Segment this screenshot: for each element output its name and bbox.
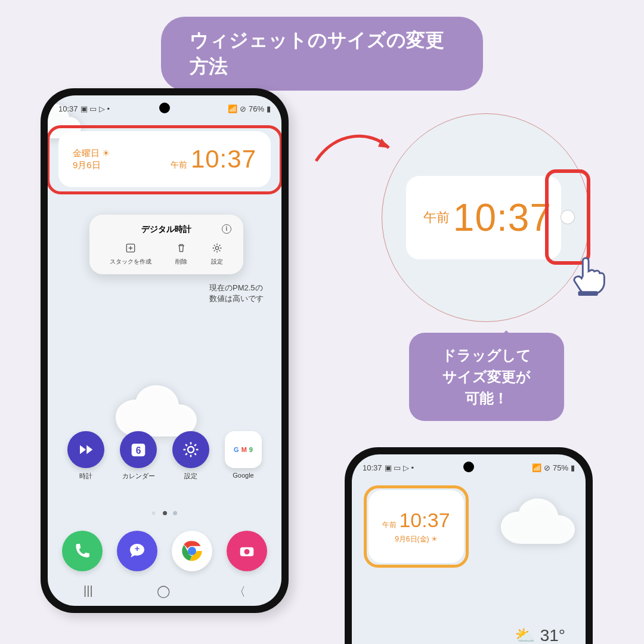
android-nav: ||| ◯ 〈 bbox=[83, 584, 246, 600]
clock-widget-zoom: 午前 10:37 bbox=[406, 176, 561, 259]
status-time-2: 10:37 bbox=[363, 463, 382, 472]
dock-camera[interactable] bbox=[227, 531, 267, 571]
app-calendar[interactable]: 6 カレンダー bbox=[114, 431, 162, 481]
calendar-icon: 6 bbox=[128, 439, 148, 460]
page-title: ウィジェットのサイズの変更方法 bbox=[161, 17, 483, 91]
app-calendar-label: カレンダー bbox=[122, 472, 155, 481]
app-settings[interactable]: 設定 bbox=[167, 431, 215, 481]
nav-back-icon[interactable]: 〈 bbox=[234, 584, 246, 600]
app-google-label: Google bbox=[233, 472, 253, 479]
chat-plus-icon: + bbox=[128, 541, 147, 561]
google-folder-icon: GM9 bbox=[225, 431, 262, 468]
widget-context-menu: デジタル時計 i スタックを作成 削除 設定 bbox=[89, 215, 243, 274]
app-clock-label: 時計 bbox=[79, 472, 92, 481]
menu-settings[interactable]: 設定 bbox=[211, 242, 223, 266]
svg-point-3 bbox=[215, 246, 218, 249]
arrow-icon bbox=[311, 119, 401, 191]
info-icon[interactable]: i bbox=[222, 224, 231, 234]
dock-phone[interactable] bbox=[62, 531, 103, 571]
svg-point-10 bbox=[189, 548, 196, 555]
status-bar-2: 10:37 ▣ ▭ ▷ • 📶 ⊘ 75% ▮ bbox=[352, 459, 586, 476]
dock-chrome[interactable] bbox=[172, 531, 212, 571]
cloud-icon bbox=[496, 490, 586, 556]
popup-title: デジタル時計 bbox=[141, 224, 191, 234]
pm25-hint: 現在のPM2.5の 数値は高いです bbox=[209, 283, 264, 304]
menu-delete-label: 削除 bbox=[175, 258, 187, 266]
chrome-icon bbox=[180, 539, 204, 563]
fastforward-icon bbox=[77, 441, 95, 459]
svg-rect-13 bbox=[578, 291, 598, 296]
zoom-time: 10:37 bbox=[453, 196, 552, 240]
weather-widget[interactable]: ⛅ 31° bbox=[515, 626, 565, 644]
menu-settings-label: 設定 bbox=[211, 258, 223, 266]
app-clock[interactable]: 時計 bbox=[62, 431, 110, 481]
home-screen[interactable]: 10:37 ▣ ▭ ▷ • 📶 ⊘ 76% ▮ 金曜日 ☀ 9月6日 午前 10… bbox=[48, 95, 281, 606]
app-google-folder[interactable]: GM9 Google bbox=[219, 431, 267, 481]
nav-home-icon[interactable]: ◯ bbox=[157, 584, 170, 600]
instruction-bubble: ドラッグして サイズ変更が 可能！ bbox=[409, 333, 564, 421]
status-bar: 10:37 ▣ ▭ ▷ • 📶 ⊘ 76% ▮ bbox=[48, 100, 281, 117]
app-row: 時計 6 カレンダー 設定 GM9 Google bbox=[62, 431, 267, 481]
svg-point-12 bbox=[244, 549, 250, 555]
widget-time: 10:37 bbox=[191, 145, 256, 174]
status-time: 10:37 bbox=[58, 104, 78, 113]
camera-icon bbox=[238, 542, 256, 560]
widget-date: 9月6日 bbox=[73, 159, 110, 171]
status-battery-2: 75% bbox=[553, 463, 568, 472]
phone-left: 10:37 ▣ ▭ ▷ • 📶 ⊘ 76% ▮ 金曜日 ☀ 9月6日 午前 10… bbox=[41, 88, 289, 613]
status-icons-right-2: 📶 ⊘ bbox=[532, 463, 550, 472]
widget2-ampm: 午前 bbox=[382, 520, 397, 530]
clock-widget-small[interactable]: 午前 10:37 9月6日(金) ☀ bbox=[369, 490, 464, 563]
widget-day: 金曜日 ☀ bbox=[73, 147, 110, 159]
svg-text:6: 6 bbox=[136, 445, 141, 456]
status-icons-right: 📶 ⊘ bbox=[228, 104, 246, 113]
clock-widget-wide[interactable]: 金曜日 ☀ 9月6日 午前 10:37 bbox=[58, 131, 271, 187]
weather-temp: 31° bbox=[540, 626, 565, 645]
dock-messages[interactable]: + bbox=[117, 531, 157, 571]
home-screen-2[interactable]: 10:37 ▣ ▭ ▷ • 📶 ⊘ 75% ▮ 午前 10:37 9月6日(金)… bbox=[352, 454, 586, 644]
svg-text:+: + bbox=[135, 544, 140, 553]
menu-delete[interactable]: 削除 bbox=[175, 242, 187, 266]
status-icons-left-2: ▣ ▭ ▷ • bbox=[385, 463, 414, 472]
svg-point-6 bbox=[188, 447, 194, 453]
widget-ampm: 午前 bbox=[171, 160, 187, 171]
nav-recents-icon[interactable]: ||| bbox=[83, 584, 93, 600]
gear-icon bbox=[182, 441, 200, 459]
weather-emoji-icon: ⛅ bbox=[515, 626, 535, 644]
hand-pointer-icon bbox=[566, 250, 613, 298]
widget2-time: 10:37 bbox=[399, 509, 450, 532]
status-battery: 76% bbox=[249, 104, 264, 113]
status-icons-left: ▣ ▭ ▷ • bbox=[80, 104, 110, 113]
battery-icon: ▮ bbox=[267, 104, 271, 113]
zoom-ampm: 午前 bbox=[423, 209, 450, 227]
menu-stack-label: スタックを作成 bbox=[110, 258, 151, 266]
battery-icon: ▮ bbox=[571, 463, 575, 472]
home-indicator-icon: ≡ bbox=[152, 510, 157, 516]
phone-right: 10:37 ▣ ▭ ▷ • 📶 ⊘ 75% ▮ 午前 10:37 9月6日(金)… bbox=[345, 447, 593, 644]
page-indicator[interactable]: ≡ bbox=[152, 510, 177, 516]
dock: + bbox=[62, 531, 267, 571]
app-settings-label: 設定 bbox=[184, 472, 197, 481]
widget2-date: 9月6日(金) ☀ bbox=[395, 534, 438, 544]
phone-icon bbox=[73, 541, 92, 561]
menu-create-stack[interactable]: スタックを作成 bbox=[110, 242, 151, 266]
